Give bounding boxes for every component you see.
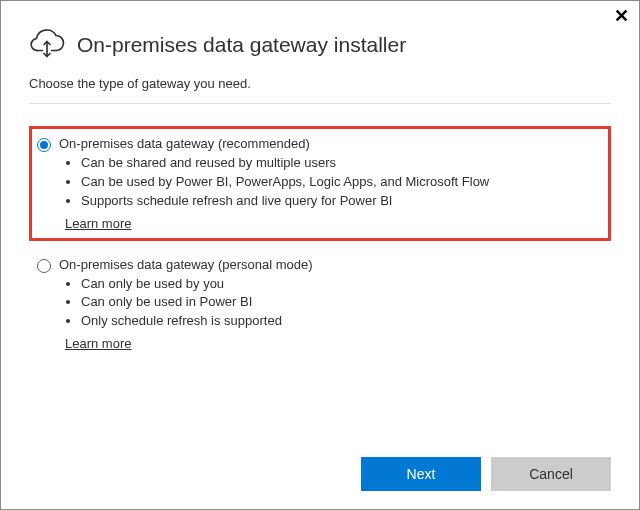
dialog-title: On-premises data gateway installer (77, 33, 406, 57)
option-bullets: Can be shared and reused by multiple use… (59, 154, 603, 211)
dialog-header: On-premises data gateway installer (1, 1, 639, 76)
dialog-footer: Next Cancel (361, 457, 611, 491)
next-button[interactable]: Next (361, 457, 481, 491)
learn-more-link[interactable]: Learn more (65, 216, 131, 231)
cloud-icon (29, 25, 65, 64)
option-label: On-premises data gateway (recommended) (59, 136, 603, 151)
bullet-item: Supports schedule refresh and live query… (81, 192, 603, 211)
bullet-item: Can be used by Power BI, PowerApps, Logi… (81, 173, 603, 192)
option-bullets: Can only be used by you Can only be used… (59, 275, 603, 332)
bullet-item: Can be shared and reused by multiple use… (81, 154, 603, 173)
close-icon[interactable]: ✕ (614, 7, 629, 25)
bullet-item: Can only be used by you (81, 275, 603, 294)
cancel-button[interactable]: Cancel (491, 457, 611, 491)
option-personal[interactable]: On-premises data gateway (personal mode)… (29, 247, 611, 362)
radio-recommended[interactable] (37, 138, 51, 152)
learn-more-link[interactable]: Learn more (65, 336, 131, 351)
option-recommended[interactable]: On-premises data gateway (recommended) C… (29, 126, 611, 241)
dialog-subtitle: Choose the type of gateway you need. (29, 76, 611, 97)
bullet-item: Can only be used in Power BI (81, 293, 603, 312)
divider (29, 103, 611, 104)
gateway-options: On-premises data gateway (recommended) C… (1, 112, 639, 361)
bullet-item: Only schedule refresh is supported (81, 312, 603, 331)
option-label: On-premises data gateway (personal mode) (59, 257, 603, 272)
radio-personal[interactable] (37, 259, 51, 273)
